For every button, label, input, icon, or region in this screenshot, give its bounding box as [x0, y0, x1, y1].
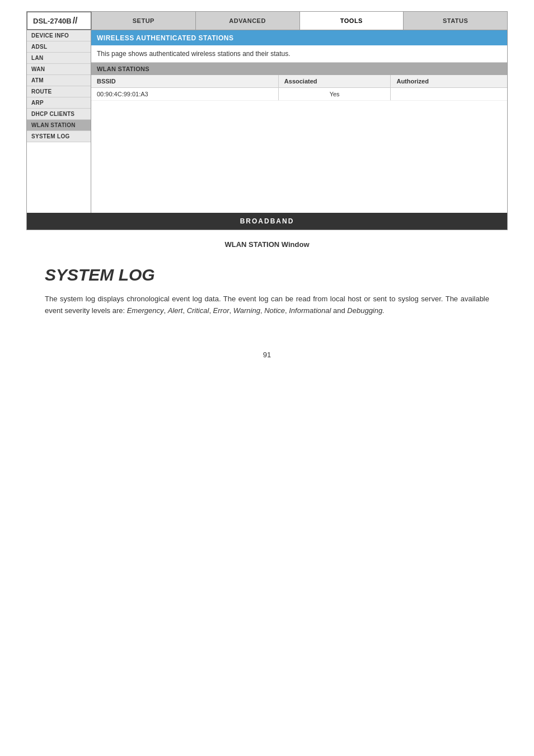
- main-area: DEVICE INFO ADSL LAN WAN ATM ROUTE ARP D…: [27, 30, 507, 213]
- wlan-table: BSSID Associated Authorized 00:90:4C:99:…: [91, 75, 507, 101]
- caption: WLAN STATION Window: [22, 240, 512, 249]
- brand-model: DSL-2740B: [33, 17, 72, 25]
- content-header-title: WIRELESS AUTHENTICATED STATIONS: [97, 34, 233, 42]
- tab-setup[interactable]: SETUP: [91, 12, 195, 30]
- page-number: 91: [22, 351, 512, 359]
- system-log-paragraph: The system log displays chronological ev…: [45, 293, 489, 317]
- nav-tabs: SETUP ADVANCED TOOLS STATUS: [91, 12, 507, 30]
- sidebar-item-wlan-station[interactable]: WLAN STATION: [27, 120, 91, 131]
- system-log-title: SYSTEM LOG: [45, 265, 489, 284]
- cell-bssid: 00:90:4C:99:01:A3: [91, 88, 278, 101]
- bottom-bar-label: BROADBAND: [240, 217, 294, 225]
- content-header: WIRELESS AUTHENTICATED STATIONS: [91, 30, 507, 45]
- wlan-section-header: WLAN STATIONS: [91, 63, 507, 75]
- col-header-associated: Associated: [278, 75, 391, 88]
- system-log-section: SYSTEM LOG The system log displays chron…: [22, 265, 512, 317]
- sidebar-item-system-log[interactable]: SYSTEM LOG: [27, 131, 91, 142]
- cell-associated: Yes: [278, 88, 391, 101]
- sidebar-item-wan[interactable]: WAN: [27, 64, 91, 75]
- tab-tools[interactable]: TOOLS: [299, 12, 404, 30]
- content-panel: WIRELESS AUTHENTICATED STATIONS This pag…: [91, 30, 507, 213]
- table-header-row: BSSID Associated Authorized: [91, 75, 507, 88]
- bottom-bar: BROADBAND: [27, 213, 507, 230]
- sidebar: DEVICE INFO ADSL LAN WAN ATM ROUTE ARP D…: [27, 30, 91, 213]
- tab-advanced[interactable]: ADVANCED: [195, 12, 299, 30]
- col-header-bssid: BSSID: [91, 75, 278, 88]
- brand-cell: DSL-2740B //: [27, 12, 91, 30]
- sidebar-item-dhcp-clients[interactable]: DHCP CLIENTS: [27, 109, 91, 120]
- content-description: This page shows authenticated wireless s…: [91, 45, 507, 63]
- sidebar-item-arp[interactable]: ARP: [27, 97, 91, 109]
- sidebar-item-route[interactable]: ROUTE: [27, 86, 91, 97]
- sidebar-item-lan[interactable]: LAN: [27, 53, 91, 64]
- empty-content: [91, 101, 507, 213]
- sidebar-item-adsl[interactable]: ADSL: [27, 41, 91, 53]
- router-ui: DSL-2740B // SETUP ADVANCED TOOLS STATUS…: [26, 11, 508, 230]
- brand-slashes: //: [73, 16, 78, 26]
- col-header-authorized: Authorized: [391, 75, 507, 88]
- sidebar-item-atm[interactable]: ATM: [27, 75, 91, 86]
- sidebar-item-device-info[interactable]: DEVICE INFO: [27, 30, 91, 41]
- tab-status[interactable]: STATUS: [403, 12, 507, 30]
- top-nav: DSL-2740B // SETUP ADVANCED TOOLS STATUS: [27, 12, 507, 30]
- cell-authorized: [391, 88, 507, 101]
- table-row: 00:90:4C:99:01:A3 Yes: [91, 88, 507, 101]
